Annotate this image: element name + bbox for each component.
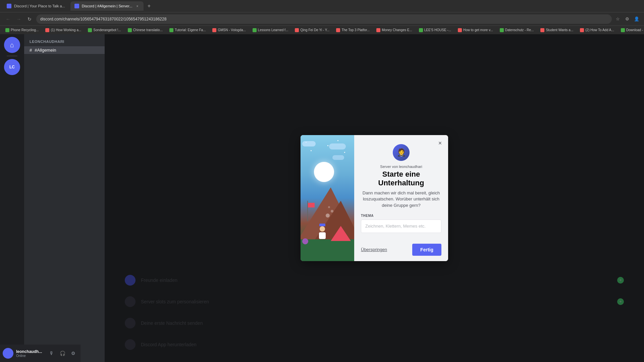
profile-icon[interactable]: 👤 (633, 16, 640, 22)
bookmark-favicon-8 (295, 28, 299, 32)
theme-field-label: THEMA (361, 214, 374, 218)
bookmark-favicon-3 (88, 28, 92, 32)
bookmark-label-9: The Top 3 Platfor... (341, 28, 370, 32)
purple-orb (302, 238, 308, 244)
bookmark-favicon-14 (540, 28, 544, 32)
character-illustration (317, 224, 327, 240)
browser-chrome: Discord | Your Place to Talk a... Discor… (0, 0, 644, 34)
forward-button[interactable]: → (15, 15, 23, 23)
modal-avatar-inner: 🤵 (393, 144, 410, 161)
bookmark-favicon-13 (500, 28, 504, 32)
server-icon-main[interactable]: LC (4, 59, 20, 75)
user-status: Online (16, 354, 44, 358)
bookmark-8[interactable]: Qing Fei De Yi - Y... (292, 27, 332, 33)
bookmark-label-5: Tutorial: Eigene Fa... (175, 28, 206, 32)
bookmark-13[interactable]: Datenschutz - Re... (497, 27, 537, 33)
cloud-1 (302, 141, 316, 146)
bookmark-label-8: Qing Fei De Yi - Y... (300, 28, 329, 32)
extensions-icon[interactable]: ⚙ (624, 16, 631, 22)
modal-server-label: Server von leonchaudhari (380, 165, 422, 169)
bookmark-label-3: Sonderangebot !... (93, 28, 121, 32)
server-list: ⌂ LC (0, 34, 24, 362)
refresh-button[interactable]: ↻ (25, 15, 34, 23)
star-4 (337, 140, 338, 141)
back-button[interactable]: ← (4, 15, 12, 23)
channel-list: LEONCHAUDHARI # #Allgemein leonchaudh...… (24, 34, 105, 362)
modal-content-panel: 🤵 Server von leonchaudhari Starte eine U… (354, 135, 448, 261)
bookmark-14[interactable]: Student Wants a... (538, 27, 576, 33)
tab-favicon-2 (74, 4, 79, 8)
done-button[interactable]: Fertig (412, 244, 441, 256)
address-input[interactable] (36, 14, 612, 24)
bookmark-favicon-5 (169, 28, 173, 32)
theme-input[interactable] (361, 220, 441, 233)
bookmark-label-2: (1) How Working a... (51, 28, 81, 32)
user-area: leonchaudh... Online 🎙 🎧 ⚙ (0, 345, 80, 362)
server-divider (7, 56, 17, 56)
bookmark-label-13: Datenschutz - Re... (505, 28, 534, 32)
modal-illustration (301, 135, 354, 261)
user-info: leonchaudh... Online (16, 349, 44, 358)
bookmark-favicon-6 (212, 28, 216, 32)
bookmark-label-7: Lessons Learned f... (258, 28, 288, 32)
bookmark-favicon-15 (580, 28, 584, 32)
flag-icon (308, 203, 315, 207)
bubble-2 (331, 210, 333, 213)
deafen-button[interactable]: 🎧 (58, 349, 67, 358)
bookmark-9[interactable]: The Top 3 Platfor... (333, 27, 372, 33)
bookmark-label-4: Chinese translatio... (133, 28, 163, 32)
char-head (320, 226, 325, 232)
bookmark-7[interactable]: Lessons Learned f... (250, 27, 291, 33)
user-name: leonchaudh... (16, 349, 44, 354)
bookmark-16[interactable]: Download - Cook-... (618, 27, 644, 33)
bookmark-label-6: GMSN - Vologda... (218, 28, 246, 32)
setup-modal: × (301, 135, 448, 261)
tab-favicon-1 (7, 4, 11, 8)
new-tab-button[interactable]: + (145, 2, 153, 10)
bookmark-favicon-7 (253, 28, 257, 32)
bookmark-label-14: Student Wants a... (546, 28, 573, 32)
bookmark-favicon-11 (419, 28, 423, 32)
bookmark-10[interactable]: Money Changes E... (374, 27, 415, 33)
bookmark-favicon-4 (128, 28, 132, 32)
bookmark-6[interactable]: GMSN - Vologda... (210, 27, 248, 33)
bookmark-5[interactable]: Tutorial: Eigene Fa... (167, 27, 208, 33)
bookmark-label-1: Phone Recycling... (11, 28, 39, 32)
server-icon-home[interactable]: ⌂ (4, 37, 20, 53)
bookmark-3[interactable]: Sonderangebot !... (85, 27, 123, 33)
bookmark-15[interactable]: (2) How To Add A... (577, 27, 616, 33)
star-5 (311, 150, 312, 151)
bookmark-label-15: (2) How To Add A... (585, 28, 614, 32)
ground (301, 239, 354, 261)
bookmark-12[interactable]: How to get more v... (455, 27, 496, 33)
bookmark-favicon-1 (5, 28, 9, 32)
bookmark-label-10: Money Changes E... (382, 28, 412, 32)
bookmark-label-16: Download - Cook-... (626, 28, 644, 32)
settings-button[interactable]: ⚙ (68, 349, 78, 358)
mute-button[interactable]: 🎙 (47, 349, 56, 358)
tab-bar: Discord | Your Place to Talk a... Discor… (0, 0, 644, 12)
bookmark-2[interactable]: (1) How Working a... (43, 27, 84, 33)
bookmark-1[interactable]: Phone Recycling... (3, 27, 41, 33)
cloud-2 (329, 143, 346, 149)
user-avatar (3, 348, 13, 359)
cloud-3 (332, 155, 344, 160)
tab-discord-2[interactable]: Discord | #Allgemein | Server... × (70, 1, 144, 11)
channel-category-header: LEONCHAUDHARI (24, 37, 105, 46)
channel-item-allgemein[interactable]: # #Allgemein (24, 46, 105, 54)
tab-close-2[interactable]: × (135, 4, 140, 8)
char-hat (319, 224, 325, 226)
avatar-emoji: 🤵 (397, 148, 406, 157)
bookmark-favicon-2 (45, 28, 49, 32)
tab-discord-1[interactable]: Discord | Your Place to Talk a... (3, 1, 69, 11)
channel-item-label: #Allgemein (35, 48, 56, 53)
bookmark-4[interactable]: Chinese translatio... (125, 27, 165, 33)
bubble-3 (328, 206, 330, 208)
bookmark-favicon-16 (621, 28, 625, 32)
channel-hash-icon: # (30, 48, 32, 53)
star-3 (344, 152, 345, 153)
bookmark-star-icon[interactable]: ☆ (614, 16, 621, 22)
skip-button[interactable]: Überspringen (361, 247, 387, 252)
tent-icon (331, 226, 351, 241)
bookmark-11[interactable]: LEE'S HOUSE -... (416, 27, 454, 33)
